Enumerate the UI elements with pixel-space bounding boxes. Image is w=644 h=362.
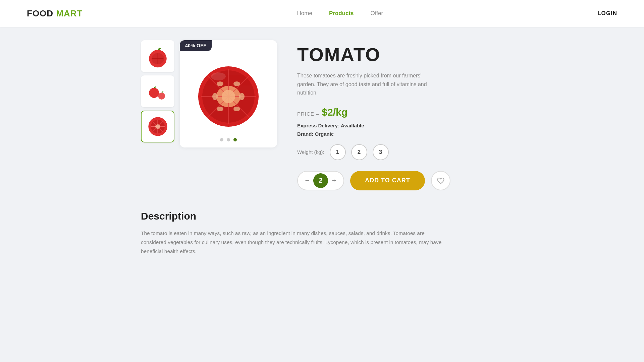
brand-value: Organic — [315, 131, 334, 137]
main-content: 40% OFF — [121, 27, 523, 276]
login-button[interactable]: LOGIN — [597, 10, 617, 17]
main-image-container: 40% OFF — [180, 40, 277, 147]
svg-point-24 — [217, 107, 223, 111]
brand-row: Brand: Organic — [297, 131, 503, 137]
weight-option-1[interactable]: 1 — [330, 144, 346, 160]
description-section: Description The tomato is eaten in many … — [141, 210, 503, 256]
thumbnail-2[interactable] — [141, 75, 174, 107]
svg-point-26 — [222, 90, 235, 103]
product-title: TOMATO — [297, 44, 503, 65]
svg-point-27 — [211, 72, 226, 80]
carousel-dots — [220, 138, 237, 141]
navbar: FOOD MART Home Products Offer LOGIN — [0, 0, 644, 27]
nav-links: Home Products Offer — [297, 10, 383, 17]
svg-point-20 — [217, 81, 223, 86]
gallery: 40% OFF — [141, 40, 277, 190]
dot-1[interactable] — [220, 138, 223, 141]
heart-icon — [437, 177, 444, 184]
logo-mart: MART — [56, 8, 83, 18]
delivery-value: Availlable — [341, 123, 364, 128]
logo[interactable]: FOOD MART — [27, 8, 83, 19]
thumbnail-1[interactable] — [141, 40, 174, 72]
svg-point-21 — [233, 81, 240, 86]
svg-point-5 — [158, 93, 165, 100]
delivery-label: Express Delivery: — [297, 123, 339, 128]
weight-option-3[interactable]: 3 — [373, 144, 389, 160]
thumbnail-list — [141, 40, 174, 190]
svg-point-12 — [155, 124, 160, 129]
wishlist-button[interactable] — [431, 171, 450, 190]
weight-label: Weight (kg): — [297, 149, 324, 155]
description-title: Description — [141, 210, 503, 222]
quantity-decrease-button[interactable]: − — [301, 175, 313, 187]
product-section: 40% OFF — [141, 40, 503, 190]
actions-row: − 2 + ADD TO CART — [297, 171, 503, 190]
weight-row: Weight (kg): 1 2 3 — [297, 144, 503, 160]
nav-link-offer[interactable]: Offer — [371, 10, 383, 17]
nav-link-home[interactable]: Home — [297, 10, 312, 17]
product-info: TOMATO These tomatoes are freshly picked… — [297, 40, 503, 190]
brand-label: Brand: — [297, 131, 313, 137]
price-label: PRICE – — [297, 111, 319, 117]
weight-option-2[interactable]: 2 — [351, 144, 367, 160]
svg-point-22 — [212, 93, 218, 100]
price-value: $2/kg — [322, 107, 347, 118]
add-to-cart-button[interactable]: ADD TO CART — [350, 171, 425, 190]
svg-point-25 — [233, 107, 240, 111]
svg-point-4 — [149, 88, 159, 98]
dot-2[interactable] — [227, 138, 230, 141]
thumbnail-3[interactable] — [141, 111, 174, 142]
quantity-increase-button[interactable]: + — [328, 175, 340, 187]
product-description: These tomatoes are freshly picked from o… — [297, 71, 438, 97]
dot-3[interactable] — [233, 138, 237, 141]
price-row: PRICE – $2/kg — [297, 107, 503, 118]
quantity-value: 2 — [313, 173, 328, 188]
delivery-row: Express Delivery: Availlable — [297, 123, 503, 128]
logo-food: FOOD — [27, 8, 53, 18]
quantity-control: − 2 + — [297, 171, 344, 190]
svg-point-23 — [239, 93, 245, 100]
nav-link-products[interactable]: Products — [329, 10, 354, 17]
description-text: The tomato is eaten in many ways, such a… — [141, 229, 449, 256]
discount-badge: 40% OFF — [180, 40, 212, 51]
main-tomato-image — [192, 57, 265, 131]
